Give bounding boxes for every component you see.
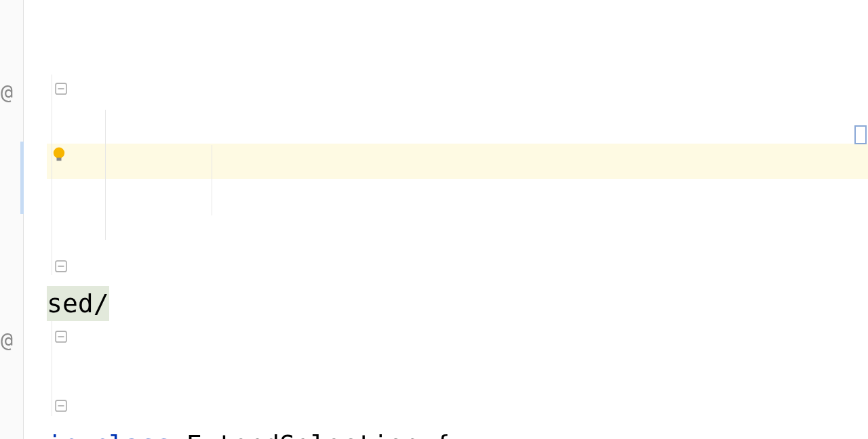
annotation-marker-icon: @	[1, 322, 13, 358]
keyword: ic	[47, 427, 78, 439]
annotation-marker-icon: @	[1, 75, 13, 110]
indent-guide	[52, 321, 52, 416]
scrollbar-position-marker[interactable]	[854, 125, 867, 144]
gutter-primary: @ @	[0, 0, 24, 439]
code-editor[interactable]: @ @ sed/ ic class ExtendSelection { priv…	[0, 0, 868, 439]
selected-text: sed/	[47, 286, 109, 321]
code-line[interactable]: sed/	[47, 286, 868, 321]
keyword-class: class	[94, 427, 171, 439]
code-line[interactable]: ic class ExtendSelection {	[47, 427, 868, 439]
current-line-highlight	[47, 144, 868, 179]
gutter-folding	[24, 0, 47, 439]
class-name: ExtendSelection {	[171, 427, 450, 439]
indent-guide	[212, 145, 212, 215]
space	[78, 427, 94, 439]
indent-guide	[52, 75, 52, 275]
indent-guide	[105, 110, 106, 240]
code-content[interactable]: sed/ ic class ExtendSelection { private …	[47, 0, 868, 439]
